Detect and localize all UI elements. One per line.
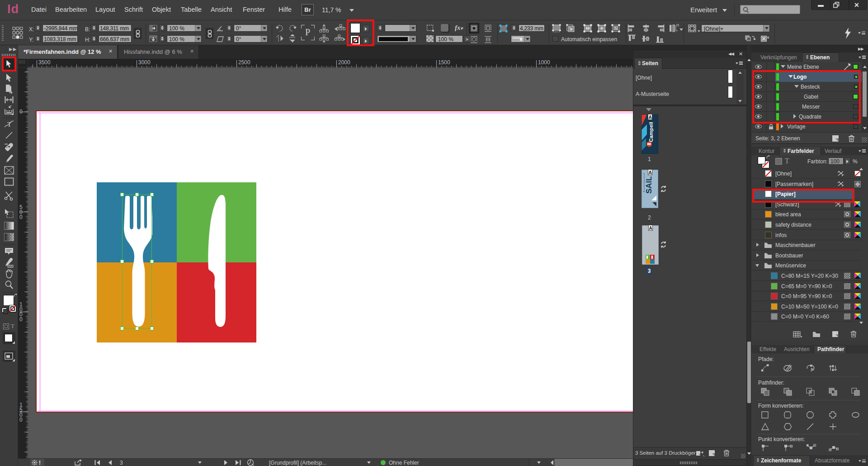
svg-text:T: T [7,121,11,128]
svg-text:Campell: Campell [648,122,654,142]
svg-text:SAIL: SAIL [645,176,653,194]
svg-text:Wir vermieten Boote und mehr: Wir vermieten Boote und mehr [643,172,645,192]
